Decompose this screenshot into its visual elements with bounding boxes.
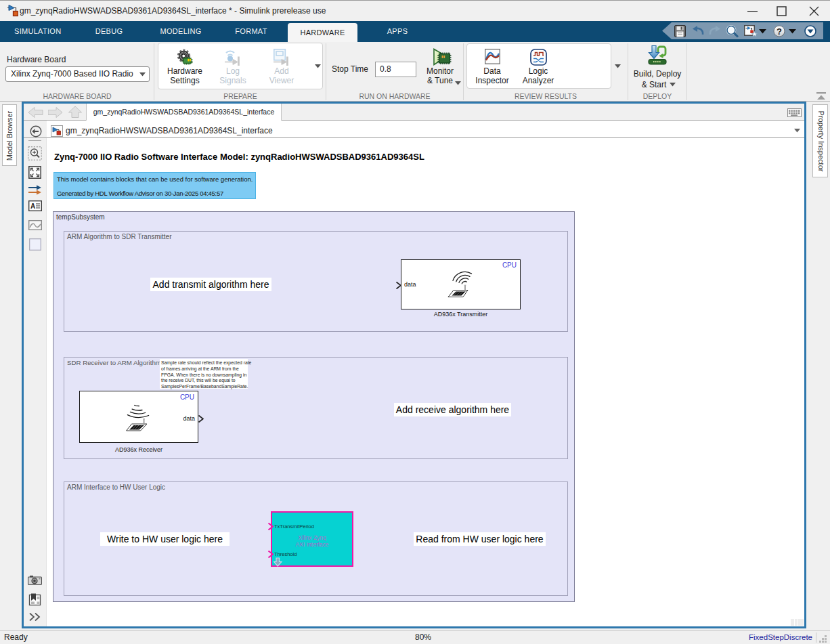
svg-text:A: A — [30, 202, 35, 210]
svg-text:?: ? — [777, 26, 782, 37]
